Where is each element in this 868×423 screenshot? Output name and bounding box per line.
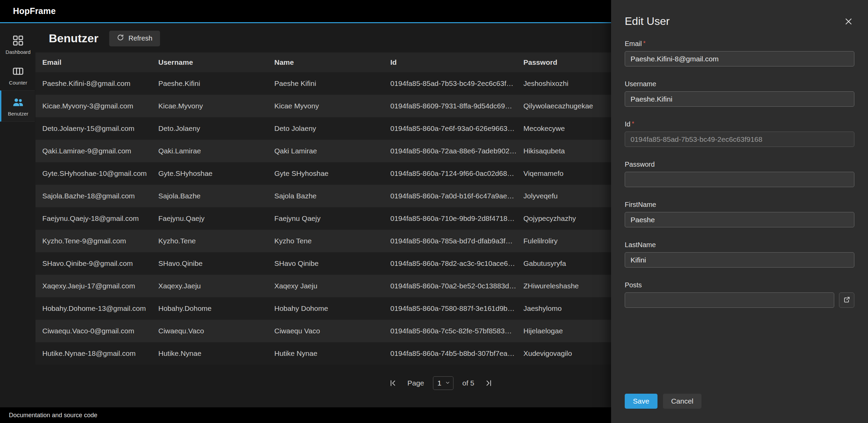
sidebar-item-label: Benutzer — [8, 111, 28, 117]
dashboard-grid-icon — [12, 34, 24, 47]
column-header-email: Email — [35, 52, 151, 72]
refresh-icon — [117, 34, 124, 43]
username-input[interactable] — [625, 91, 854, 107]
table-cell: Qaki.Lamirae-9@gmail.com — [35, 140, 151, 162]
field-label: Id* — [625, 120, 854, 128]
table-cell: 0194fa85-8609-7931-8ffa-9d54dc69… — [384, 95, 517, 117]
table-cell: Hutike.Nynae — [151, 342, 267, 365]
table-cell: 0194fa85-860a-7580-887f-3e161d9b… — [384, 297, 517, 320]
table-cell: Kyzho.Tene-9@gmail.com — [35, 230, 151, 252]
table-cell: 0194fa85-860a-710e-9bd9-2d8f4718… — [384, 207, 517, 230]
docs-link[interactable]: Documentation and source code — [9, 412, 97, 419]
sidebar-item-counter[interactable]: Counter — [0, 60, 35, 90]
people-icon — [12, 96, 24, 108]
table-cell: Xaqexy.Jaeju-17@gmail.com — [35, 275, 151, 297]
field-label: Password — [625, 161, 854, 168]
form-field-password: Password — [625, 161, 854, 187]
field-label: LastName — [625, 241, 854, 249]
table-cell: Ciwaequ.Vaco — [151, 320, 267, 342]
lastname-input[interactable] — [625, 252, 854, 268]
table-cell: Paeshe Kifini — [267, 72, 384, 95]
form-field-posts: Posts — [625, 281, 854, 308]
form-field-id: Id* — [625, 120, 854, 147]
table-cell: 0194fa85-85ad-7b53-bc49-2ec6c63f… — [384, 72, 517, 95]
page-label: Page — [407, 379, 424, 387]
table-cell: Faejynu.Qaejy-18@gmail.com — [35, 207, 151, 230]
external-link-icon — [843, 296, 851, 304]
form-field-username: Username — [625, 80, 854, 107]
field-label: Username — [625, 80, 854, 88]
page-title: Benutzer — [49, 32, 98, 45]
column-header-username: Username — [151, 52, 267, 72]
required-asterisk: * — [632, 120, 634, 127]
page-select-value: 1 — [437, 379, 442, 387]
table-cell: 0194fa85-860a-7c5c-82fe-57bf8583… — [384, 320, 517, 342]
drawer-title: Edit User — [625, 15, 854, 28]
table-cell: Deto.Jolaeny — [151, 117, 267, 140]
table-cell: 0194fa85-860a-70a2-be52-0c13883d… — [384, 275, 517, 297]
close-button[interactable] — [842, 15, 855, 29]
table-cell: Xaqexy Jaeju — [267, 275, 384, 297]
form-field-email: Email* — [625, 40, 854, 66]
table-cell: Hutike.Nynae-18@gmail.com — [35, 342, 151, 365]
email-input[interactable] — [625, 51, 854, 66]
page-select[interactable]: 1 — [433, 376, 453, 390]
sidebar-item-benutzer[interactable]: Benutzer — [0, 90, 35, 122]
table-cell: Faejynu Qaejy — [267, 207, 384, 230]
table-cell: 0194fa85-860a-785a-bd7d-dfab9a3f… — [384, 230, 517, 252]
table-cell: 0194fa85-860a-7124-9f66-0ac02d68… — [384, 162, 517, 185]
table-cell: 0194fa85-860a-78d2-ac3c-9c10ace6… — [384, 252, 517, 275]
table-cell: Paeshe.Kifini — [151, 72, 267, 95]
table-cell: 0194fa85-860a-7e6f-93a0-626e9663… — [384, 117, 517, 140]
app-title: HopFrame — [13, 6, 56, 16]
save-button[interactable]: Save — [625, 394, 657, 409]
required-asterisk: * — [643, 40, 646, 47]
refresh-button[interactable]: Refresh — [109, 31, 160, 46]
table-cell: Sajola Bazhe — [267, 185, 384, 207]
chevron-down-icon — [445, 379, 450, 387]
table-cell: Ciwaequ Vaco — [267, 320, 384, 342]
first-page-button[interactable] — [388, 378, 399, 389]
sidebar-item-dashboard[interactable]: Dashboard — [0, 29, 35, 60]
table-cell: Kyzho Tene — [267, 230, 384, 252]
drawer-actions: Save Cancel — [625, 394, 701, 409]
firstname-input[interactable] — [625, 212, 854, 227]
table-cell: 0194fa85-860a-74b5-b8bd-307bf7ea… — [384, 342, 517, 365]
table-cell: 0194fa85-860a-7a0d-b16f-6c47a9ae… — [384, 185, 517, 207]
table-cell: Hobahy.Dohome-13@gmail.com — [35, 297, 151, 320]
sidebar-item-label: Counter — [9, 80, 27, 86]
last-page-button[interactable] — [483, 378, 494, 389]
table-cell: Deto.Jolaeny-15@gmail.com — [35, 117, 151, 140]
field-label: Posts — [625, 281, 854, 289]
table-cell: Hutike Nynae — [267, 342, 384, 365]
form-field-firstname: FirstName — [625, 201, 854, 227]
password-input[interactable] — [625, 172, 854, 187]
cancel-button[interactable]: Cancel — [663, 394, 701, 409]
table-cell: Sajola.Bazhe-18@gmail.com — [35, 185, 151, 207]
table-cell: Faejynu.Qaejy — [151, 207, 267, 230]
table-cell: SHavo Qinibe — [267, 252, 384, 275]
page-count-label: of 5 — [462, 379, 474, 387]
table-cell: Gyte.SHyhoshae — [151, 162, 267, 185]
table-cell: 0194fa85-860a-72aa-88e6-7adeb902… — [384, 140, 517, 162]
table-cell: Hobahy.Dohome — [151, 297, 267, 320]
form-field-lastname: LastName — [625, 241, 854, 268]
edit-user-form: Email*UsernameId*PasswordFirstNameLastNa… — [625, 40, 854, 308]
close-icon — [844, 22, 853, 27]
table-cell: Ciwaequ.Vaco-0@gmail.com — [35, 320, 151, 342]
posts-input[interactable] — [625, 292, 834, 308]
refresh-label: Refresh — [128, 34, 152, 42]
table-cell: Kicae.Myvony — [151, 95, 267, 117]
field-label: FirstName — [625, 201, 854, 209]
table-cell: Deto Jolaeny — [267, 117, 384, 140]
table-cell: Kicae.Myvony-3@gmail.com — [35, 95, 151, 117]
table-cell: Paeshe.Kifini-8@gmail.com — [35, 72, 151, 95]
table-cell: Kicae Myvony — [267, 95, 384, 117]
table-cell: Gyte SHyhoshae — [267, 162, 384, 185]
table-cell: SHavo.Qinibe — [151, 252, 267, 275]
table-cell: Hobahy Dohome — [267, 297, 384, 320]
open-posts-button[interactable] — [839, 292, 854, 308]
id-input[interactable] — [625, 132, 854, 147]
table-cell: SHavo.Qinibe-9@gmail.com — [35, 252, 151, 275]
table-cell: Gyte.SHyhoshae-10@gmail.com — [35, 162, 151, 185]
